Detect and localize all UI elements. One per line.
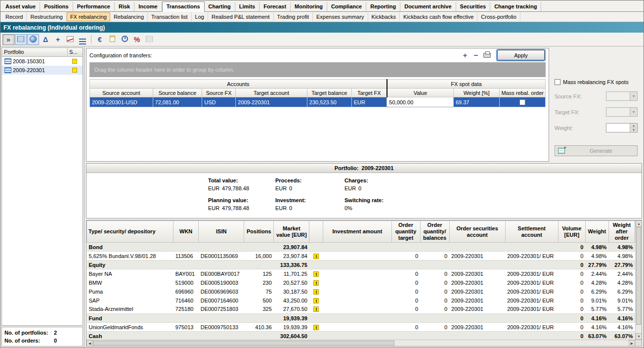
positions-column-type-security-depository[interactable]: Type/ security/ depository <box>87 221 173 243</box>
positions-column-order-quantity-target[interactable]: Order quantity target <box>391 221 420 243</box>
position-row[interactable]: UnionGeldmarktFonds975013DE0009750133410… <box>87 323 635 332</box>
scroll-down-icon[interactable]: ▼ <box>636 333 642 340</box>
main-tab-charting[interactable]: Charting <box>205 2 235 11</box>
transfers-column-source-balance[interactable]: Source balance <box>153 88 202 97</box>
transfers-column-source-account[interactable]: Source account <box>90 88 153 97</box>
target-fx-select[interactable]: ▼ <box>606 107 638 117</box>
main-tab-monitoring[interactable]: Monitoring <box>291 2 327 11</box>
status-column-header[interactable]: S... <box>68 48 83 56</box>
toolbar-link-table-button[interactable] <box>143 34 155 45</box>
main-tab-securities[interactable]: Securities <box>456 2 491 11</box>
main-tab-asset-value[interactable]: Asset value <box>1 2 40 11</box>
portfolio-column-header[interactable]: Portfolio <box>2 48 68 56</box>
v-scrollbar-thumb[interactable] <box>636 227 641 325</box>
position-row[interactable]: BMW519000DE000519000323020,527.50!002009… <box>87 278 635 287</box>
positions-column-weight[interactable]: Weight <box>585 221 608 243</box>
remove-transfer-button[interactable]: − <box>471 51 481 60</box>
positions-column-investment-amount[interactable]: Investment amount <box>323 221 391 243</box>
main-tab-risk[interactable]: Risk <box>115 2 134 11</box>
mass-rebal-checkbox[interactable] <box>519 99 525 105</box>
position-row[interactable]: SAP716460DE000716460050043,250.00!002009… <box>87 296 635 305</box>
transfers-column-target-fx[interactable]: Target FX <box>351 88 387 97</box>
toolbar-statistics-button[interactable]: % <box>131 34 143 45</box>
main-tab-reporting[interactable]: Reporting <box>366 2 400 11</box>
source-fx-select[interactable]: ▼ <box>606 91 638 101</box>
transfers-column-weight[interactable]: Weight [%] <box>453 88 499 97</box>
position-row[interactable]: Stada-Arzneimittel725180DE00072518033252… <box>87 305 635 314</box>
toolbar-euro-button[interactable]: € <box>94 34 106 45</box>
portfolio-list-item[interactable]: 2009-220301 <box>2 66 83 75</box>
positions-column-market-value-eur[interactable]: Market value [EUR] <box>274 221 309 243</box>
toolbar-clock-button[interactable] <box>119 34 130 45</box>
weight-spinner[interactable]: ▲▼ <box>606 123 638 132</box>
toolbar-delta-button[interactable]: Δ <box>40 34 51 45</box>
v-scrollbar[interactable]: ▲ ▼ <box>635 220 642 340</box>
main-tab-transactions[interactable]: Transactions <box>162 1 205 12</box>
sub-tab-kickbacks[interactable]: Kickbacks <box>368 12 400 21</box>
toolbar-add-position-button[interactable]: + <box>52 34 64 45</box>
main-tab-limits[interactable]: Limits <box>235 2 259 11</box>
positions-column-positions[interactable]: Positions <box>244 221 274 243</box>
transfers-column-source-fx[interactable]: Source FX <box>202 88 236 97</box>
transfers-column-target-balance[interactable]: Target balance <box>307 88 351 97</box>
group-row[interactable]: Bond23,907.8404.98%4.98% <box>87 243 635 252</box>
group-row[interactable]: Cash302,604.50063.07%63.07% <box>87 332 635 340</box>
main-tab-compliance[interactable]: Compliance <box>327 2 366 11</box>
h-scrollbar-thumb[interactable] <box>93 341 394 346</box>
sub-tab-restructuring[interactable]: Restructuring <box>27 12 66 21</box>
scroll-left-icon[interactable]: ◀ <box>86 340 93 347</box>
sub-tab-fx-rebalancing[interactable]: FX rebalancing <box>67 12 110 21</box>
main-tab-change-tracking[interactable]: Change tracking <box>490 2 541 11</box>
sub-tab-transaction-list[interactable]: Transaction list <box>148 12 192 21</box>
sub-tab-rebalancing[interactable]: Rebalancing <box>110 12 148 21</box>
spin-down-icon[interactable]: ▼ <box>630 128 637 132</box>
group-row[interactable]: Fund19,939.3904.16%4.16% <box>87 314 635 323</box>
positions-column-order-quantity-balances[interactable]: Order quantity/ balances <box>420 221 449 243</box>
transfer-row[interactable]: 2009-220301-USD72,081.00USD2009-22030123… <box>90 97 546 107</box>
value-input[interactable]: 50,000.00 <box>387 97 454 107</box>
transfers-column-target-account[interactable]: Target account <box>236 88 307 97</box>
positions-column-weight-after-order[interactable]: Weight after order <box>608 221 635 243</box>
main-tab-positions[interactable]: Positions <box>40 2 73 11</box>
apply-button[interactable]: Apply <box>497 50 545 60</box>
positions-column-isin[interactable]: ISIN <box>199 221 244 243</box>
portfolio-list-item[interactable]: 2008-150301 <box>2 57 83 66</box>
position-row[interactable]: 5,625% Bundanl.V.98/01.28113506DE0001135… <box>87 252 635 261</box>
generate-button[interactable]: Generate <box>555 145 638 156</box>
h-scrollbar[interactable]: ◀ ▶ <box>86 340 642 346</box>
position-row[interactable]: Puma696960DE00069696037530,187.50!002009… <box>87 287 635 296</box>
positions-column-status[interactable] <box>309 221 323 243</box>
toolbar-notes-button[interactable] <box>106 34 118 45</box>
sub-tab-cross-portfolio[interactable]: Cross-portfolio <box>477 12 520 21</box>
print-button[interactable] <box>481 51 492 60</box>
positions-column-order-securities-account[interactable]: Order securities account <box>449 221 505 243</box>
transfers-column-mass-rebal-order[interactable]: Mass rebal. order <box>500 88 546 97</box>
main-tab-performance[interactable]: Performance <box>73 2 115 11</box>
currency-label: EUR <box>344 185 358 191</box>
position-row[interactable]: Bayer NABAY001DE000BAY001712511,701.25!0… <box>87 269 635 278</box>
sub-tab-trading-profit[interactable]: Trading profit <box>274 12 313 21</box>
add-transfer-button[interactable]: + <box>460 51 471 60</box>
sub-tab-record[interactable]: Record <box>2 12 27 21</box>
scroll-right-icon[interactable]: ▶ <box>629 340 635 347</box>
toolbar-sliders-button[interactable] <box>77 34 88 45</box>
sub-tab-kickbacks-cash-flow-effective[interactable]: Kickbacks cash flow effective <box>400 12 477 21</box>
sub-tab-expenses-summary[interactable]: Expenses summary <box>313 12 368 21</box>
sub-tab-log[interactable]: Log <box>192 12 208 21</box>
toolbar-price-chart-button[interactable] <box>64 34 76 45</box>
toolbar-double-chevron-button[interactable]: » <box>2 34 14 45</box>
mass-rebalancing-checkbox[interactable] <box>555 79 560 85</box>
sub-tab-realised-p-l-statement[interactable]: Realised P&L statement <box>208 12 274 21</box>
positions-column-wkn[interactable]: WKN <box>173 221 199 243</box>
main-tab-document-archive[interactable]: Document archive <box>400 2 456 11</box>
scroll-up-icon[interactable]: ▲ <box>636 220 642 227</box>
group-row[interactable]: Equity133,336.75027.79%27.79% <box>87 261 635 269</box>
transfers-column-value[interactable]: Value <box>387 88 454 97</box>
toolbar-globe-button[interactable] <box>27 34 39 45</box>
spin-up-icon[interactable]: ▲ <box>630 124 637 128</box>
positions-column-volume-eur[interactable]: Volume [EUR] <box>558 221 585 243</box>
positions-column-settlement-account[interactable]: Settlement account <box>505 221 558 243</box>
main-tab-income[interactable]: Income <box>134 2 162 11</box>
toolbar-positions-table-button[interactable] <box>15 34 27 45</box>
main-tab-forecast[interactable]: Forecast <box>259 2 291 11</box>
